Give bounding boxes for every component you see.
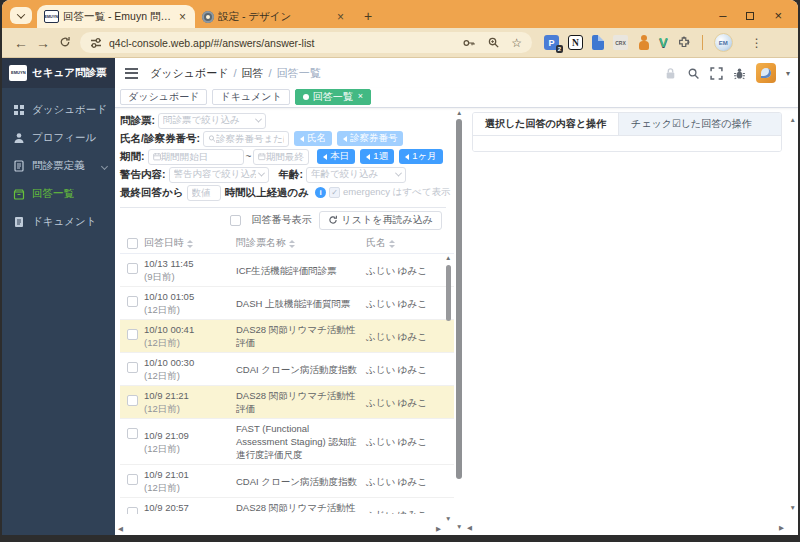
sort-icon[interactable] (187, 237, 193, 251)
column-header-datetime[interactable]: 回答日時 (144, 236, 236, 250)
lock-icon[interactable] (664, 67, 677, 80)
zoom-icon[interactable] (487, 36, 500, 49)
table-row[interactable]: 10/9 21:01(12日前)CDAI クローン病活動度指数ふじい ゆみこ (120, 465, 454, 498)
key-icon[interactable] (462, 36, 476, 50)
period-end-field[interactable] (253, 149, 309, 165)
row-checkbox[interactable] (127, 362, 138, 373)
hours-input[interactable] (192, 187, 216, 198)
scroll-down-icon[interactable]: ▼ (790, 504, 796, 511)
select-all-checkbox[interactable] (127, 238, 138, 249)
close-tab-icon[interactable]: × (335, 10, 346, 24)
age-select[interactable]: 年齢で絞り込み (306, 167, 406, 183)
scroll-up-icon[interactable]: ▲ (456, 109, 462, 116)
breadcrumb-dashboard[interactable]: ダッシュボード (150, 66, 229, 81)
fullscreen-icon[interactable] (710, 67, 723, 80)
sidebar-item-form-definitions[interactable]: 問診票定義 (2, 152, 115, 180)
scroll-right-icon[interactable]: ▶ (436, 525, 441, 532)
bug-icon[interactable] (733, 67, 746, 80)
reload-button[interactable] (54, 35, 76, 51)
extension-doc-icon[interactable] (592, 35, 604, 50)
table-row[interactable]: 10/9 21:21(12日前)DAS28 関節リウマチ活動性評価ふじい ゆみこ (120, 386, 454, 419)
scroll-left-icon[interactable]: ◀ (467, 524, 472, 531)
row-checkbox[interactable] (127, 474, 138, 485)
tag-answer-list[interactable]: 回答一覧× (295, 89, 371, 105)
emergency-checkbox[interactable]: ✓ (329, 187, 340, 198)
period-start-field[interactable] (148, 149, 244, 165)
panel-vertical-scrollbar[interactable]: ▲ ▼ (454, 108, 465, 535)
address-bar[interactable]: q4cl-console.web.app/#/answers/answer-li… (80, 32, 532, 53)
user-avatar[interactable] (756, 63, 776, 83)
scroll-down-icon[interactable]: ▼ (456, 523, 462, 530)
extension-crx-icon[interactable]: CRX (613, 35, 628, 50)
questionnaire-select[interactable]: 問診票で絞り込み (158, 113, 266, 129)
back-button[interactable]: ← (10, 35, 32, 51)
sidebar-item-documents[interactable]: ドキュメント (2, 208, 115, 236)
period-end-input[interactable] (266, 151, 304, 162)
hours-field[interactable] (187, 185, 221, 201)
new-tab-button[interactable]: + (357, 8, 379, 24)
period-week-button[interactable]: 1週 (360, 149, 394, 164)
table-vertical-scrollbar[interactable]: ▲ ▼ (444, 254, 453, 522)
minimize-button[interactable]: – (719, 9, 726, 22)
search-icon[interactable] (687, 67, 700, 80)
row-checkbox[interactable] (127, 263, 138, 274)
browser-tab-settings[interactable]: 設定 - デザイン × (195, 5, 353, 28)
row-checkbox[interactable] (127, 329, 138, 340)
breadcrumb-answers[interactable]: 回答 (242, 66, 264, 81)
tag-dashboard[interactable]: ダッシュボード (120, 89, 207, 105)
sidebar-item-dashboard[interactable]: ダッシュボード (2, 96, 115, 124)
tab-checked-answers[interactable]: チェック☑した回答の操作 (619, 113, 764, 135)
extension-vue-icon[interactable]: V (659, 35, 668, 50)
scroll-right-icon[interactable]: ▶ (779, 524, 784, 531)
browser-tab-answers[interactable]: EMUYN 回答一覧 - Emuyn 問診票 × (37, 5, 195, 28)
info-icon[interactable]: i (315, 187, 326, 198)
filter-by-name-button[interactable]: 氏名 (294, 131, 332, 146)
column-header-name[interactable]: 氏名 (366, 236, 438, 250)
url-text[interactable]: q4cl-console.web.app/#/answers/answer-li… (109, 37, 462, 49)
scroll-up-icon[interactable]: ▲ (445, 254, 451, 261)
period-start-input[interactable] (161, 151, 239, 162)
close-window-button[interactable]: × (774, 9, 782, 22)
name-search-input[interactable] (216, 133, 284, 144)
table-row[interactable]: 10/10 00:41(12日前)DAS28 関節リウマチ活動性評価ふじい ゆみ… (120, 320, 454, 353)
tag-documents[interactable]: ドキュメント (212, 89, 289, 105)
period-today-button[interactable]: 本日 (317, 149, 355, 164)
tab-search-button[interactable] (10, 7, 32, 24)
row-checkbox[interactable] (127, 395, 138, 406)
maximize-button[interactable] (746, 9, 754, 22)
table-row[interactable]: 10/9 21:09(12日前)FAST (Functional Assessm… (120, 419, 454, 465)
row-checkbox[interactable] (127, 428, 138, 439)
filter-by-card-number-button[interactable]: 診察券番号 (337, 131, 404, 146)
browser-menu-icon[interactable]: ⋮ (751, 36, 763, 50)
extension-person-icon[interactable] (637, 35, 650, 50)
sort-icon[interactable] (389, 237, 395, 251)
tab-selected-answer[interactable]: 選択した回答の内容と操作 (473, 113, 619, 135)
sort-icon[interactable] (289, 237, 295, 251)
hamburger-icon[interactable] (125, 68, 138, 79)
reload-list-button[interactable]: リストを再読み込み (319, 211, 442, 230)
tune-icon[interactable] (90, 37, 102, 49)
close-tag-icon[interactable]: × (358, 92, 363, 101)
table-row[interactable]: 10/13 11:45(9日前)ICF生活機能評価問診票ふじい ゆみこ (120, 254, 454, 287)
sidebar-item-profile[interactable]: プロフィール (2, 124, 115, 152)
bookmark-star-icon[interactable]: ☆ (511, 37, 522, 49)
row-checkbox[interactable] (127, 296, 138, 307)
close-tab-icon[interactable]: × (177, 10, 188, 24)
name-search-field[interactable] (203, 131, 289, 147)
browser-profile-avatar[interactable]: EM (714, 33, 733, 52)
extension-notion-icon[interactable]: N (568, 35, 583, 50)
scroll-down-icon[interactable]: ▼ (445, 515, 451, 522)
table-row[interactable]: 10/10 01:05(12日前)DASH 上肢機能評価質問票ふじい ゆみこ (120, 287, 454, 320)
forward-button[interactable]: → (32, 35, 54, 51)
sidebar-item-answer-list[interactable]: 回答一覧 (2, 180, 115, 208)
show-answer-number-checkbox[interactable] (230, 215, 241, 226)
table-row[interactable]: 10/10 00:30(12日前)CDAI クローン病活動度指数ふじい ゆみこ (120, 353, 454, 386)
scroll-left-icon[interactable]: ◀ (118, 525, 123, 532)
column-header-form[interactable]: 問診票名称 (236, 236, 366, 250)
scrollbar-thumb[interactable] (456, 119, 462, 479)
extension-p-icon[interactable]: P2 (544, 35, 559, 50)
period-month-button[interactable]: 1ヶ月 (399, 149, 443, 164)
extensions-puzzle-icon[interactable] (677, 36, 691, 50)
warning-select[interactable]: 警告内容で絞り込み (169, 167, 269, 183)
scroll-up-icon[interactable]: ▲ (790, 116, 796, 123)
